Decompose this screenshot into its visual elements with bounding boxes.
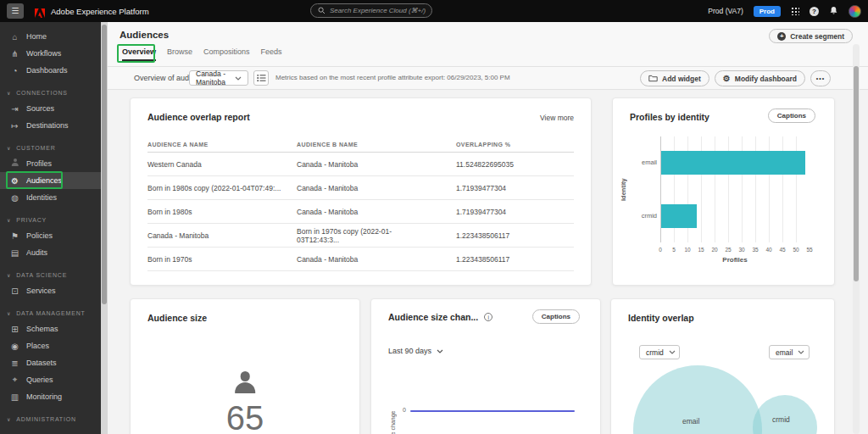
notifications-bell-icon[interactable] xyxy=(829,3,838,19)
apps-grid-icon[interactable] xyxy=(791,7,799,15)
sidebar-item-sources[interactable]: ⇥Sources xyxy=(0,100,101,117)
chevron-down-icon: ∨ xyxy=(7,272,11,278)
cell-audience-name: Canada - Manitoba xyxy=(297,208,426,216)
x-tick-label: 40 xyxy=(762,247,776,253)
table-row[interactable]: Born in 1970sCanada - Manitoba1.22343850… xyxy=(147,248,574,271)
dashboards-icon: ◔ xyxy=(9,66,20,75)
sidebar-section-connections[interactable]: ∨CONNECTIONS xyxy=(0,85,101,100)
more-actions-button[interactable]: ••• xyxy=(810,70,831,86)
audience-select-value: Canada - Manitoba xyxy=(196,70,230,86)
chevron-down-icon xyxy=(798,350,804,354)
identities-icon: ◍ xyxy=(9,193,20,203)
user-avatar[interactable] xyxy=(849,5,861,18)
date-range-value: Last 90 days xyxy=(388,347,431,355)
table-row[interactable]: Canada - ManitobaBorn in 1970s copy (202… xyxy=(147,224,574,248)
tab-compositions[interactable]: Compositions xyxy=(203,47,250,61)
x-tick-label: 25 xyxy=(721,247,735,253)
bar-chart-x-axis-title: Profiles xyxy=(660,256,810,264)
sidebar-section-customer[interactable]: ∨CUSTOMER xyxy=(0,140,101,155)
sidebar-item-services[interactable]: ⊡Services xyxy=(0,282,101,299)
tab-bar: OverviewBrowseCompositionsFeeds xyxy=(122,47,282,61)
sidebar-scrollbar-thumb[interactable] xyxy=(102,25,107,304)
audience-select[interactable]: Canada - Manitoba xyxy=(189,70,248,86)
environment-label[interactable]: Prod (VA7) xyxy=(708,7,743,15)
folder-icon xyxy=(648,75,658,82)
sidebar-item-label: Sources xyxy=(26,104,54,113)
date-range-select[interactable]: Last 90 days xyxy=(388,347,443,355)
cell-overlap-pct: 1.71939477304 xyxy=(426,184,574,192)
search-placeholder: Search Experience Cloud (⌘+/) xyxy=(330,7,426,14)
monitoring-icon: ▥ xyxy=(9,392,20,402)
tab-feeds[interactable]: Feeds xyxy=(261,47,282,61)
sidebar-item-profiles[interactable]: Profiles xyxy=(0,155,101,172)
x-tick-label: 55 xyxy=(803,247,816,253)
sidebar-item-audits[interactable]: ▤Audits xyxy=(0,244,101,261)
sidebar-section-administration[interactable]: ∨ADMINISTRATION xyxy=(0,411,101,426)
sidebar-item-destinations[interactable]: ↦Destinations xyxy=(0,117,101,134)
sidebar-item-label: Policies xyxy=(26,231,53,240)
identity-select-left[interactable]: crmid xyxy=(639,345,680,359)
sidebar-item-label: Datasets xyxy=(26,359,57,367)
cell-audience-name: Born in 1970s xyxy=(147,255,297,264)
sidebar-section-privacy[interactable]: ∨PRIVACY xyxy=(0,212,101,227)
sidebar-item-policies[interactable]: ⚑Policies xyxy=(0,227,101,244)
adobe-logo-icon xyxy=(35,6,45,15)
table-row[interactable]: Western CanadaCanada - Manitoba11.524822… xyxy=(147,153,574,176)
sidebar-section-label: DATA SCIENCE xyxy=(16,272,67,278)
schemas-icon: ⊞ xyxy=(9,325,20,334)
bar-category-label-crmid: crmid xyxy=(628,212,657,220)
add-widget-button[interactable]: Add widget xyxy=(640,70,709,86)
help-icon[interactable]: ? xyxy=(810,7,819,16)
bar-email[interactable] xyxy=(661,151,805,175)
tab-browse[interactable]: Browse xyxy=(167,47,192,61)
sources-icon: ⇥ xyxy=(9,104,20,114)
destinations-icon: ↦ xyxy=(9,121,20,131)
sidebar-item-monitoring[interactable]: ▥Monitoring xyxy=(0,388,101,405)
modify-dashboard-button[interactable]: ⚙ Modify dashboard xyxy=(715,70,805,86)
captions-button[interactable]: Captions xyxy=(768,108,815,123)
sidebar-item-identities[interactable]: ◍Identities xyxy=(0,189,101,206)
sidebar-item-label: Audits xyxy=(26,248,47,257)
sidebar-section-data-management[interactable]: ∨DATA MANAGEMENT xyxy=(0,305,101,320)
table-row[interactable]: Born in 1980s copy (2022-01-04T07:49:...… xyxy=(147,176,574,200)
sidebar-scrollbar[interactable] xyxy=(101,22,108,434)
profiles-person-icon xyxy=(9,159,20,169)
create-segment-button[interactable]: + Create segment xyxy=(769,29,853,43)
sidebar-item-label: Profiles xyxy=(26,159,52,168)
audience-list-view-button[interactable] xyxy=(253,70,269,86)
sidebar-item-audiences[interactable]: ⚙Audiences xyxy=(0,172,101,189)
table-row[interactable]: Born in 1980sCanada - Manitoba1.71939477… xyxy=(147,200,574,224)
sidebar-item-places[interactable]: ◉Places xyxy=(0,337,101,354)
line-chart-zero-tick: 0 xyxy=(403,407,406,413)
sidebar-item-label: Identities xyxy=(26,193,57,202)
search-input[interactable]: Search Experience Cloud (⌘+/) xyxy=(310,3,432,18)
sidebar-item-label: Queries xyxy=(26,376,53,384)
search-icon xyxy=(318,7,326,14)
toolbar-divider xyxy=(108,89,868,90)
sidebar-section-label: CONNECTIONS xyxy=(16,90,68,96)
captions-button[interactable]: Captions xyxy=(532,309,580,324)
sidebar-item-schemas[interactable]: ⊞Schemas xyxy=(0,320,101,337)
identity-select-right[interactable]: email xyxy=(769,345,810,359)
sidebar-section-data-science[interactable]: ∨DATA SCIENCE xyxy=(0,267,101,282)
tab-overview[interactable]: Overview xyxy=(122,47,156,61)
hamburger-icon: ☰ xyxy=(12,6,19,15)
venn-label-email: email xyxy=(682,417,699,426)
main-scrollbar-thumb[interactable] xyxy=(854,66,859,281)
view-more-link[interactable]: View more xyxy=(540,114,574,122)
sidebar-item-label: Dashboards xyxy=(26,66,68,75)
datasets-icon: ≣ xyxy=(9,359,20,368)
bar-crmid[interactable] xyxy=(661,204,697,228)
sidebar-item-label: Destinations xyxy=(26,121,69,130)
info-icon[interactable]: i xyxy=(484,313,492,321)
overlap-table: AUDIENCE A NAMEAUDIENCE B NAMEOVERLAPPIN… xyxy=(147,137,574,271)
sidebar-item-datasets[interactable]: ≣Datasets xyxy=(0,354,101,371)
sidebar-item-dashboards[interactable]: ◔Dashboards xyxy=(0,62,101,79)
sidebar-item-queries[interactable]: ⌖Queries xyxy=(0,371,101,388)
menu-toggle-button[interactable]: ☰ xyxy=(7,3,24,19)
sidebar-item-home[interactable]: ⌂Home xyxy=(0,28,101,45)
cell-audience-name: Born in 1980s copy (2022-01-04T07:49:... xyxy=(147,184,297,192)
sidebar-item-workflows[interactable]: ⋔Workflows xyxy=(0,45,101,62)
cell-overlap-pct: 1.223438506117 xyxy=(426,255,574,264)
cell-audience-name: Born in 1970s copy (2022-01-03T12:43:3..… xyxy=(297,227,426,244)
